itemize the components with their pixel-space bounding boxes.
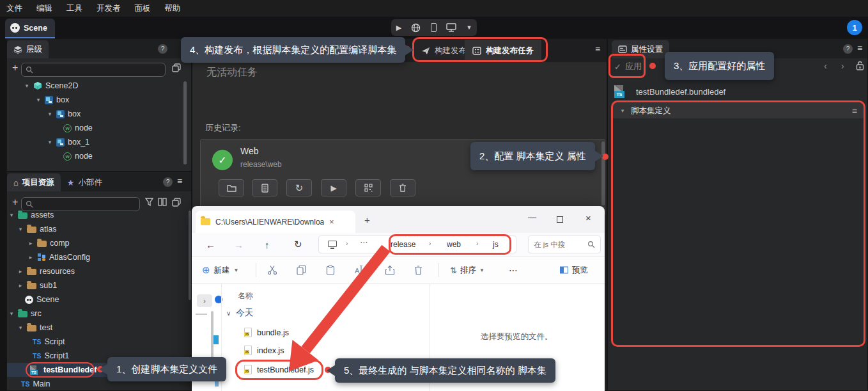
play-icon[interactable]: ▶ bbox=[396, 24, 401, 32]
more-options-icon[interactable]: ⋯ bbox=[509, 265, 518, 275]
tree-row[interactable]: ▾ box bbox=[7, 107, 191, 121]
globe-icon[interactable] bbox=[411, 23, 421, 33]
tree-row[interactable]: ▾atlas bbox=[7, 222, 191, 236]
menu-developer[interactable]: 开发者 bbox=[97, 3, 121, 14]
hierarchy-search-input[interactable] bbox=[21, 63, 166, 77]
nav-pane-chevron[interactable]: › bbox=[197, 294, 212, 307]
explorer-search-input[interactable]: 在 js 中搜 bbox=[528, 235, 601, 253]
delete-button[interactable] bbox=[390, 179, 415, 196]
apply-button[interactable]: ✓ 应用 bbox=[614, 61, 642, 72]
tree-row[interactable]: Scene bbox=[7, 292, 191, 307]
project-scrollbar[interactable] bbox=[189, 211, 191, 300]
expand-arrow[interactable]: ▾ bbox=[35, 97, 42, 103]
expand-arrow[interactable]: ▾ bbox=[47, 139, 53, 145]
minimize-icon[interactable]: — bbox=[528, 212, 536, 222]
menu-icon[interactable]: ≡ bbox=[595, 44, 600, 54]
notification-badge[interactable]: 1 bbox=[847, 20, 862, 35]
collapse-arrow[interactable]: ▸ bbox=[27, 254, 34, 260]
nav-pane-scrollbar[interactable] bbox=[211, 311, 213, 358]
copy-icon[interactable] bbox=[297, 265, 306, 275]
tree-row[interactable]: ▸resources bbox=[7, 264, 191, 278]
monitor-icon[interactable] bbox=[446, 23, 456, 32]
tree-row[interactable]: ▸ AtlasConfig bbox=[7, 250, 191, 264]
expand-arrow[interactable]: ▾ bbox=[47, 111, 53, 117]
rename-icon[interactable]: A bbox=[354, 266, 366, 275]
close-tab-icon[interactable]: × bbox=[329, 217, 334, 227]
view-log-button[interactable] bbox=[252, 179, 277, 196]
tree-row[interactable]: ▾ Scene2D bbox=[7, 79, 191, 93]
mobile-icon[interactable] bbox=[431, 23, 437, 32]
hierarchy-scrollbar[interactable] bbox=[183, 81, 187, 164]
tree-row[interactable]: ▾ box bbox=[7, 93, 191, 107]
menu-icon[interactable]: ≡ bbox=[852, 106, 857, 116]
collapse-arrow[interactable]: ▸ bbox=[17, 282, 24, 289]
tree-row[interactable]: TSScript bbox=[7, 335, 191, 349]
cut-icon[interactable] bbox=[267, 265, 277, 275]
rebuild-button[interactable]: ↻ bbox=[286, 179, 312, 196]
tree-row[interactable]: ▾ box_1 bbox=[7, 135, 191, 149]
preview-toggle[interactable]: 预览 bbox=[560, 265, 588, 276]
close-window-icon[interactable]: × bbox=[585, 212, 591, 223]
file-row[interactable]: testBundledef.js bbox=[244, 365, 314, 374]
chevron-down-icon[interactable]: ∨ bbox=[226, 310, 231, 317]
back-icon[interactable]: ← bbox=[206, 239, 215, 250]
add-node-button[interactable]: + bbox=[12, 62, 18, 74]
add-asset-button[interactable]: + bbox=[12, 196, 18, 208]
share-icon[interactable] bbox=[385, 266, 395, 275]
expand-arrow[interactable]: ▾ bbox=[17, 324, 24, 331]
address-bar[interactable]: › ⋯ release › web › js bbox=[318, 235, 516, 253]
expand-arrow[interactable]: ▾ bbox=[619, 108, 626, 114]
tab-build-tasks[interactable]: 构建发布任务 bbox=[465, 40, 541, 61]
sort-button[interactable]: ⇅ 排序 ▼ bbox=[450, 265, 484, 276]
tree-row[interactable]: ▸comp bbox=[7, 236, 191, 250]
expand-arrow[interactable]: ▾ bbox=[8, 310, 15, 317]
menu-icon[interactable]: ≡ bbox=[177, 176, 182, 186]
refresh-icon[interactable]: ↻ bbox=[294, 239, 302, 250]
menu-edit[interactable]: 编辑 bbox=[36, 3, 52, 14]
open-folder-button[interactable] bbox=[219, 179, 244, 196]
menu-help[interactable]: 帮助 bbox=[165, 3, 181, 14]
explorer-tab[interactable]: C:\Users\ALIENWARE\Downloa × bbox=[196, 211, 355, 233]
nav-back-icon[interactable]: ‹ bbox=[824, 61, 827, 71]
tree-row[interactable]: ▾test bbox=[7, 321, 191, 335]
chevron-down-icon[interactable]: ▼ bbox=[466, 24, 472, 31]
tree-row[interactable]: w node bbox=[7, 149, 191, 163]
breadcrumb-ellipsis[interactable]: ⋯ bbox=[360, 238, 368, 247]
up-icon[interactable]: ↑ bbox=[265, 239, 270, 250]
breadcrumb-web[interactable]: web bbox=[447, 240, 461, 249]
help-icon[interactable]: ? bbox=[843, 44, 853, 54]
tree-row[interactable]: ▾src bbox=[7, 307, 191, 321]
help-icon[interactable]: ? bbox=[163, 177, 173, 187]
qrcode-button[interactable] bbox=[355, 179, 381, 196]
collapse-arrow[interactable]: ▸ bbox=[17, 268, 24, 275]
expand-arrow[interactable]: ▾ bbox=[8, 212, 15, 218]
breadcrumb-js[interactable]: js bbox=[493, 240, 499, 249]
tree-row[interactable]: w node bbox=[7, 121, 191, 135]
tab-inspector[interactable]: 属性设置 bbox=[612, 40, 669, 58]
lock-icon[interactable] bbox=[856, 61, 864, 70]
menu-file[interactable]: 文件 bbox=[6, 3, 22, 14]
expand-arrow[interactable]: ▾ bbox=[17, 226, 24, 232]
split-view-icon[interactable] bbox=[158, 198, 167, 206]
tab-widgets[interactable]: ★ 小部件 bbox=[61, 173, 109, 191]
tab-scene[interactable]: Scene bbox=[5, 19, 55, 38]
group-row-today[interactable]: ∨ 今天 bbox=[226, 307, 253, 319]
run-button[interactable]: ▶ bbox=[321, 179, 346, 196]
duplicate-icon[interactable] bbox=[172, 63, 181, 72]
new-tab-icon[interactable]: + bbox=[364, 214, 370, 225]
breadcrumb-release[interactable]: release bbox=[391, 240, 415, 249]
help-icon[interactable]: ? bbox=[158, 44, 167, 54]
new-file-button[interactable]: ⊕ 新建 ▼ bbox=[202, 264, 239, 276]
duplicate-icon[interactable] bbox=[172, 198, 181, 207]
tree-row[interactable]: ▾assets bbox=[7, 208, 191, 222]
nav-forward-icon[interactable]: › bbox=[841, 61, 844, 71]
tab-project-assets[interactable]: ⌂ 项目资源 bbox=[7, 173, 61, 191]
menu-tools[interactable]: 工具 bbox=[66, 3, 82, 14]
delete-icon[interactable] bbox=[414, 266, 422, 275]
expand-arrow[interactable]: ▾ bbox=[24, 83, 30, 89]
filter-icon[interactable] bbox=[145, 198, 153, 206]
section-header[interactable]: ▾ 脚本集定义 ≡ bbox=[613, 103, 864, 118]
menu-icon[interactable]: ≡ bbox=[857, 43, 862, 53]
name-column-header[interactable]: 名称 bbox=[238, 291, 253, 301]
menu-panels[interactable]: 面板 bbox=[135, 3, 151, 14]
